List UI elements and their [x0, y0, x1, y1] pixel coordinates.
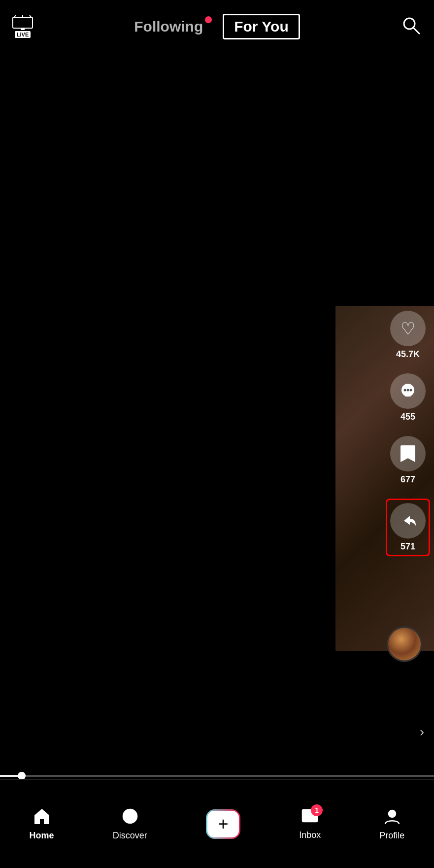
inbox-nav-item[interactable]: 1 Inbox: [299, 807, 321, 840]
svg-rect-1: [21, 28, 25, 30]
live-button[interactable]: LIVE: [12, 15, 33, 38]
share-count: 571: [401, 542, 415, 552]
like-count: 45.7K: [396, 349, 420, 360]
create-nav-item[interactable]: +: [206, 809, 240, 839]
following-tab[interactable]: Following: [134, 18, 203, 35]
comment-count: 455: [401, 412, 415, 422]
share-action[interactable]: 571: [386, 499, 430, 556]
svg-point-9: [404, 389, 406, 392]
progress-fill: [0, 775, 22, 777]
share-icon-circle: [390, 503, 426, 539]
home-nav-item[interactable]: Home: [30, 807, 54, 841]
discover-icon: [121, 807, 139, 828]
nav-tabs: Following For You: [134, 14, 300, 39]
comment-action[interactable]: 455: [390, 373, 426, 422]
live-label: LIVE: [15, 31, 31, 38]
inbox-icon-wrapper: 1: [301, 807, 319, 827]
creator-avatar[interactable]: [387, 626, 422, 662]
action-buttons: ♡ 45.7K 455 677: [386, 311, 430, 567]
video-progress-bar[interactable]: [0, 775, 434, 777]
bookmark-count: 677: [401, 474, 415, 485]
create-button-inner: +: [207, 811, 239, 837]
home-label: Home: [30, 831, 54, 841]
svg-point-16: [389, 810, 396, 817]
comment-icon-circle: [390, 373, 426, 409]
search-button[interactable]: [401, 15, 422, 38]
svg-point-10: [407, 389, 409, 392]
bookmark-action[interactable]: 677: [390, 436, 426, 485]
plus-icon: +: [218, 815, 228, 833]
like-icon-circle: ♡: [390, 311, 426, 346]
discover-label: Discover: [113, 831, 147, 841]
avatar-image: [387, 626, 422, 662]
for-you-tab[interactable]: For You: [223, 14, 300, 39]
notification-dot: [205, 16, 212, 23]
bottom-navigation: Home Discover + 1 Inbox: [0, 779, 434, 868]
inbox-badge: 1: [311, 804, 323, 816]
create-button-bg: +: [206, 809, 240, 839]
progress-thumb: [18, 772, 26, 780]
profile-nav-item[interactable]: Profile: [379, 807, 404, 841]
svg-line-7: [413, 28, 419, 34]
heart-icon: ♡: [401, 320, 415, 337]
profile-icon: [383, 807, 401, 828]
discover-nav-item[interactable]: Discover: [113, 807, 147, 841]
like-action[interactable]: ♡ 45.7K: [390, 311, 426, 360]
top-navigation: LIVE Following For You: [0, 0, 434, 53]
inbox-label: Inbox: [299, 830, 321, 840]
profile-label: Profile: [379, 831, 404, 841]
svg-rect-0: [13, 17, 33, 28]
next-video-arrow[interactable]: ›: [420, 724, 424, 740]
svg-point-11: [410, 389, 412, 392]
home-icon: [33, 807, 51, 828]
bookmark-icon-circle: [390, 436, 426, 471]
